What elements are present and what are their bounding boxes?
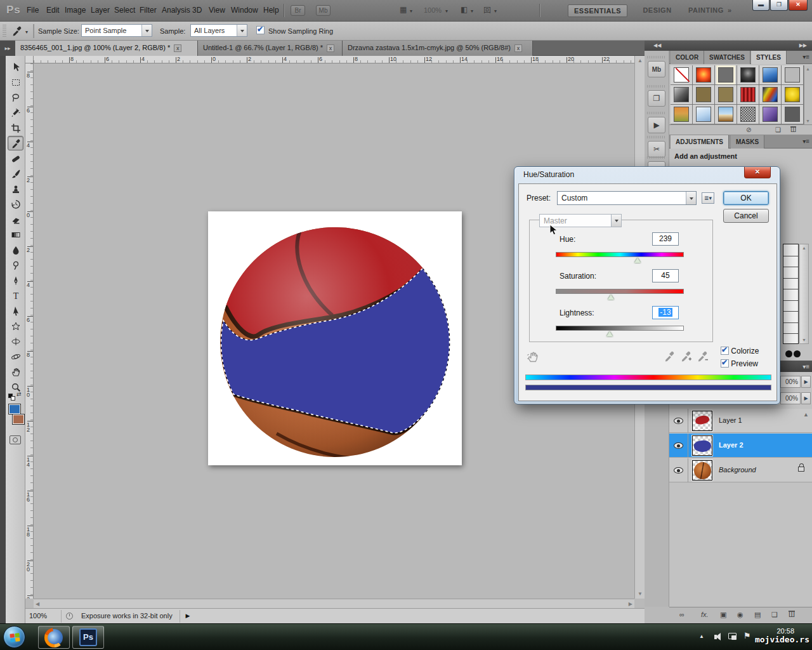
canvas-horizontal-scrollbar[interactable]: ◀ ▶ [34, 599, 634, 608]
layer-style-icon[interactable]: fx. [701, 611, 709, 618]
show-sampling-ring-checkbox[interactable] [256, 26, 265, 34]
menu-file[interactable]: File [27, 6, 39, 15]
taskbar-firefox-button[interactable] [38, 626, 70, 649]
opacity-arrow-button[interactable]: ▶ [801, 376, 811, 388]
lightness-slider-track[interactable] [556, 326, 684, 331]
tab-styles[interactable]: STYLES [751, 51, 787, 64]
fill-arrow-button[interactable]: ▶ [801, 392, 811, 404]
fill-field-fragment[interactable]: 00% [780, 392, 801, 404]
hue-value-input[interactable]: 239 [652, 232, 679, 246]
dialog-close-button[interactable]: ✕ [744, 167, 771, 178]
style-swatch-gray-noise[interactable] [737, 105, 759, 124]
menu-image[interactable]: Image [65, 6, 86, 15]
style-swatch-gray-flat[interactable] [715, 65, 737, 85]
scroll-up-icon[interactable]: ▲ [802, 246, 806, 250]
scroll-down-icon[interactable]: ▼ [802, 338, 806, 342]
style-swatch-olive-flat[interactable] [693, 85, 715, 105]
tray-clock[interactable]: 20:58 [776, 627, 794, 635]
status-menu-arrow-icon[interactable]: ▶ [183, 611, 192, 621]
menu-view[interactable]: View [209, 6, 225, 15]
eyedropper-tool-preset-icon[interactable] [11, 25, 22, 37]
tab-close-icon[interactable]: x [327, 44, 334, 52]
adjustment-preset-list-fragment[interactable] [783, 244, 799, 344]
menu-filter[interactable]: Filter [140, 6, 157, 15]
screen-mode-icon[interactable]: 回 [483, 5, 491, 16]
eyedropper-tool[interactable] [8, 136, 23, 150]
workspace-essentials[interactable]: ESSENTIALS [568, 4, 627, 17]
colorize-checkbox[interactable] [721, 347, 729, 355]
start-button[interactable] [3, 626, 25, 648]
tab-masks[interactable]: MASKS [731, 135, 764, 149]
actions-icon[interactable]: ▶ [648, 117, 665, 133]
style-swatch-multicolor[interactable] [759, 85, 782, 105]
brush-tool[interactable] [8, 166, 23, 181]
preset-list-scrollbar[interactable]: ▲ ▼ [799, 244, 809, 344]
move-tool[interactable] [8, 60, 23, 74]
delete-style-icon[interactable]: Ш [790, 126, 796, 133]
layer-visibility-toggle[interactable] [669, 409, 688, 433]
canvas-document[interactable] [208, 211, 462, 465]
minimize-button[interactable]: ▬ [752, 0, 769, 11]
tab-close-icon[interactable]: x [174, 44, 181, 52]
style-swatch-dark-gradient[interactable] [671, 85, 693, 105]
type-tool[interactable]: T [8, 288, 23, 303]
layer-row-layer-1[interactable]: Layer 1 [669, 409, 812, 433]
saturation-value-input[interactable]: 45 [652, 269, 679, 282]
lightness-slider-marker[interactable] [606, 331, 613, 336]
blur-tool[interactable] [8, 242, 23, 257]
saturation-slider-track[interactable] [556, 289, 684, 294]
menu-edit[interactable]: Edit [46, 6, 60, 15]
mini-bridge-icon[interactable]: Mb [648, 61, 665, 77]
background-color-swatch[interactable] [12, 414, 25, 425]
preset-options-button[interactable]: ≣▾ [702, 192, 714, 204]
saturation-slider-marker[interactable] [608, 295, 614, 300]
sample-dropdown[interactable]: All Layers [190, 24, 247, 37]
dodge-tool[interactable] [8, 258, 23, 272]
clone-source-icon[interactable]: ❐ [648, 90, 665, 107]
mini-bridge-button[interactable]: Mb [316, 5, 331, 16]
document-tab-2[interactable]: Untitled-1 @ 66.7% (Layer 1, RGB/8) *x [198, 41, 343, 56]
hue-slider-track[interactable] [556, 252, 684, 257]
volume-icon[interactable] [714, 633, 722, 641]
panel-menu-icon[interactable]: ▾≡ [802, 138, 809, 145]
layer-row-background[interactable]: Background [669, 458, 812, 482]
new-style-icon[interactable]: ❏ [775, 126, 781, 133]
style-swatch-sunset[interactable] [671, 105, 693, 124]
panel-menu-icon[interactable]: ▾≡ [802, 363, 809, 370]
eraser-tool[interactable] [8, 212, 23, 227]
quick-mask-button[interactable] [10, 435, 21, 444]
cancel-button[interactable]: Cancel [723, 209, 769, 223]
style-swatch-light-gray-flat[interactable] [782, 65, 804, 85]
panel-menu-icon[interactable]: ▾≡ [802, 53, 809, 60]
status-zoom-field[interactable]: 100% [29, 612, 58, 620]
foreground-color-swatch[interactable] [8, 404, 21, 415]
style-swatch-dark-gray-flat[interactable] [782, 105, 804, 124]
scroll-right-icon[interactable]: ▶ [629, 601, 632, 607]
layer-row-layer-2[interactable]: Layer 2 [669, 434, 812, 458]
spot-healing-brush-tool[interactable] [8, 151, 23, 166]
layer-thumbnail[interactable] [692, 411, 712, 431]
expand-panels-icon[interactable]: ▶▶ [799, 43, 807, 48]
layer-visibility-toggle[interactable] [669, 458, 688, 482]
opacity-field-fragment[interactable]: 00% [780, 376, 801, 388]
rectangular-marquee-tool[interactable] [8, 75, 23, 90]
show-hidden-icons-button[interactable]: ▲ [699, 633, 704, 639]
menu-window[interactable]: Window [231, 6, 258, 15]
bridge-button[interactable]: Br [291, 5, 305, 16]
add-layer-mask-icon[interactable]: ▣ [720, 611, 726, 619]
quick-selection-tool[interactable] [8, 105, 23, 120]
zoom-level-field[interactable]: 100% [424, 6, 442, 14]
layer-visibility-toggle[interactable] [669, 434, 688, 458]
history-brush-tool[interactable] [8, 197, 23, 211]
ok-button[interactable]: OK [723, 191, 769, 205]
taskbar-photoshop-button[interactable]: Ps [72, 626, 104, 649]
link-layers-icon[interactable]: ∞ [679, 611, 684, 618]
close-button[interactable]: ✕ [789, 0, 808, 11]
network-icon[interactable] [728, 633, 737, 640]
style-swatch-khaki-flat[interactable] [715, 85, 737, 105]
preset-dropdown[interactable]: Custom [557, 191, 697, 205]
eyedropper-sample-icon[interactable] [664, 350, 676, 362]
tab-color[interactable]: COLOR [671, 51, 704, 64]
path-selection-tool[interactable] [8, 303, 23, 318]
arrange-documents-icon[interactable]: ◧ [461, 5, 468, 14]
